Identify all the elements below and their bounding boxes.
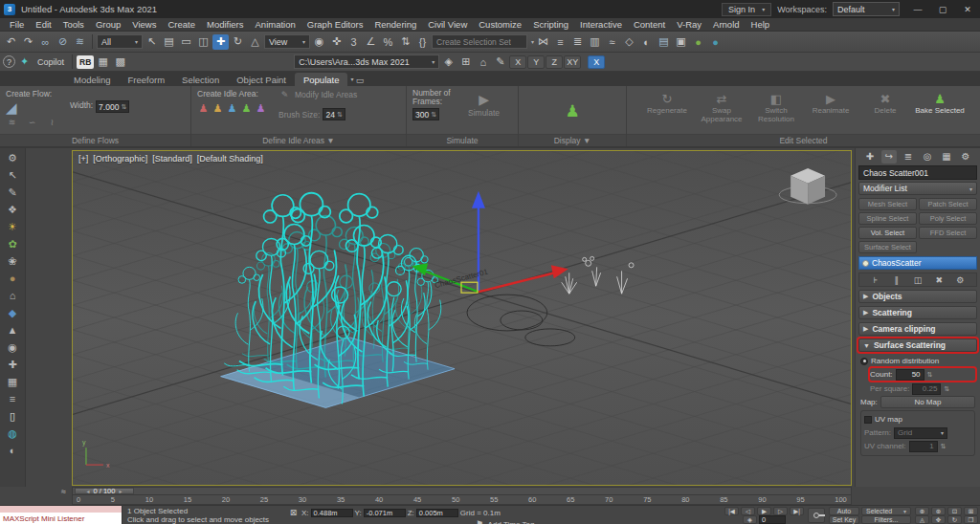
trees-category-icon[interactable]: ✿ <box>3 235 23 252</box>
play-animation-button[interactable]: ▶ <box>757 507 771 515</box>
axis-constraint-button[interactable]: X <box>509 55 526 69</box>
random-distribution-radio[interactable] <box>860 358 868 365</box>
field-of-view-icon[interactable]: ◬ <box>915 515 929 524</box>
menu-item[interactable]: Modifiers <box>201 19 250 30</box>
flow-preset-icon-3[interactable]: ≀ <box>46 117 58 128</box>
key-mode-toggle[interactable]: ◈ <box>743 515 757 524</box>
x-coordinate-field[interactable]: 0.488m <box>311 509 353 517</box>
mesh-select-button[interactable]: Mesh Select <box>858 198 917 210</box>
angle-snap-icon[interactable]: ∠ <box>363 34 379 50</box>
axis-constraint-active-button[interactable]: X <box>588 55 605 69</box>
primitives-category-icon[interactable]: ◆ <box>3 304 23 321</box>
redo-icon[interactable]: ↷ <box>20 34 36 50</box>
simulate-footer[interactable]: Simulate <box>407 134 518 146</box>
define-flows-footer[interactable]: Define Flows <box>0 134 190 146</box>
measure-tool-icon[interactable]: ≡ <box>3 390 23 407</box>
surface-select-button[interactable]: Surface Select <box>858 241 917 253</box>
idle-person-icon-1[interactable]: ♟ <box>197 102 210 115</box>
viewport-menu-style[interactable]: [Standard] <box>152 154 192 164</box>
menu-item[interactable]: Group <box>90 19 126 30</box>
grid-tool-icon[interactable]: ▦ <box>3 373 23 390</box>
ffd-select-button[interactable]: FFD Select <box>919 227 977 239</box>
select-and-move-icon[interactable]: ✚ <box>212 34 229 50</box>
shapes-category-icon[interactable]: ▲ <box>3 321 23 338</box>
time-slider-handle[interactable]: ◄ 0 / 100 ► <box>75 488 134 494</box>
motion-tab-icon[interactable]: ◎ <box>920 150 935 164</box>
selection-lock-icon[interactable]: ⊠ <box>287 507 300 518</box>
menu-item[interactable]: Civil View <box>422 19 473 30</box>
toolbar2-grid-icon-2[interactable]: ▩ <box>112 55 128 70</box>
zoom-extents-all-icon[interactable]: ⊞ <box>964 507 978 515</box>
percent-snap-icon[interactable]: % <box>380 34 396 50</box>
object-name-field[interactable]: Chaos Scatter001 <box>858 165 977 180</box>
ribbon-options-icon[interactable]: ▭ <box>353 75 366 86</box>
project-path-select[interactable]: C:\Users\Ara...3ds Max 2021 ▾ <box>294 55 439 69</box>
menu-item[interactable]: Scripting <box>527 19 574 30</box>
workspaces-select[interactable]: Default ▾ <box>833 2 900 16</box>
next-frame-button[interactable]: ▷ <box>773 507 788 515</box>
add-time-tag[interactable]: Add Time Tag <box>488 520 535 524</box>
edit-selected-footer[interactable]: Edit Selected <box>627 134 980 146</box>
tab-freeform[interactable]: Freeform <box>120 73 174 86</box>
settings-tool-icon[interactable]: ⚙ <box>3 149 23 166</box>
rollout-objects[interactable]: ▶ Objects <box>858 290 977 303</box>
menu-item[interactable]: Arnold <box>707 19 745 30</box>
viewport-menu-general[interactable]: [+] <box>78 154 88 164</box>
define-idle-areas-footer[interactable]: Define Idle Areas ▼ <box>191 134 406 146</box>
copilot-icon[interactable]: ✦ <box>16 55 33 70</box>
idle-person-icon-2[interactable]: ♟ <box>212 102 224 115</box>
materials-icon[interactable]: ◐ <box>3 442 23 459</box>
display-tab-icon[interactable]: ▦ <box>939 150 954 164</box>
axis-constraint-button[interactable]: Y <box>527 55 545 69</box>
count-field[interactable]: 50 <box>896 369 924 381</box>
pan-icon[interactable]: ✥ <box>931 515 946 524</box>
window-crossing-icon[interactable]: ◫ <box>195 34 212 50</box>
menu-item[interactable]: Views <box>126 19 162 30</box>
mini-listener-field[interactable]: MAXScript Mini Listener <box>0 513 122 524</box>
utilities-tab-icon[interactable]: ⚙ <box>958 150 973 164</box>
visibility-bulb-icon[interactable] <box>862 260 869 267</box>
minimize-button[interactable]: — <box>905 0 930 18</box>
track-bar[interactable]: 0510152025303540455055606570758085909510… <box>72 495 852 505</box>
delete-button[interactable]: ✖ Delete <box>858 89 913 134</box>
use-pivot-point-icon[interactable]: ◉ <box>311 34 327 50</box>
map-button[interactable]: No Map <box>880 396 975 408</box>
idle-person-icon-3[interactable]: ♟ <box>226 102 238 115</box>
menu-item[interactable]: Rendering <box>368 19 422 30</box>
maximize-viewport-icon[interactable]: ❒ <box>964 515 978 524</box>
rectangular-selection-region-icon[interactable]: ▭ <box>178 34 194 50</box>
brush-size-spinner[interactable]: 24 ⇅ <box>323 108 345 120</box>
axis-constraint-button[interactable]: Z <box>546 55 563 69</box>
idle-person-icon-4[interactable]: ♟ <box>240 102 253 115</box>
key-filters-button[interactable]: Filters... <box>861 515 911 524</box>
edit-named-selection-sets-icon[interactable]: {} <box>414 34 431 50</box>
flow-preset-icon-2[interactable]: ∽ <box>26 117 38 128</box>
help-icon[interactable]: ? <box>3 55 15 68</box>
rendered-frame-window-icon[interactable]: ▣ <box>673 34 689 50</box>
switch-resolution-button[interactable]: ◧ Switch Resolution <box>749 89 804 134</box>
isolate-selection-icon[interactable]: ◈ <box>440 55 457 70</box>
menu-item[interactable]: Customize <box>473 19 527 30</box>
selected-dropdown[interactable]: Selected ▾ <box>861 507 911 515</box>
create-tab-icon[interactable]: ✚ <box>862 150 878 164</box>
home-grid-icon[interactable]: ⌂ <box>475 55 491 70</box>
zoom-icon[interactable]: ⊕ <box>915 507 929 515</box>
axis-constraint-button[interactable]: XY <box>564 55 581 69</box>
spinner-arrows-icon[interactable]: ⇅ <box>121 103 126 111</box>
menu-item[interactable]: Interactive <box>574 19 628 30</box>
lights-category-icon[interactable]: ☀ <box>3 218 23 235</box>
toggle-scene-explorer-icon[interactable]: ▥ <box>587 34 603 50</box>
poly-select-button[interactable]: Poly Select <box>919 212 977 225</box>
configure-modifier-sets-icon[interactable]: ⚙ <box>954 274 966 286</box>
object-library-icon[interactable]: ❖ <box>3 201 23 218</box>
paint-objects-icon[interactable]: ✎ <box>3 184 23 201</box>
go-to-end-button[interactable]: ▶| <box>790 507 804 515</box>
tab-selection[interactable]: Selection <box>173 73 228 86</box>
spinner-arrows-icon[interactable]: ⇅ <box>431 111 436 119</box>
copilot-label[interactable]: Copilot <box>37 57 64 67</box>
select-and-manipulate-icon[interactable]: ✜ <box>328 34 345 50</box>
rocks-category-icon[interactable]: ● <box>3 270 23 287</box>
pin-stack-icon[interactable]: ⊦ <box>870 274 881 286</box>
select-tool-icon[interactable]: ↖ <box>3 166 23 184</box>
vol-select-button[interactable]: Vol. Select <box>858 227 917 239</box>
